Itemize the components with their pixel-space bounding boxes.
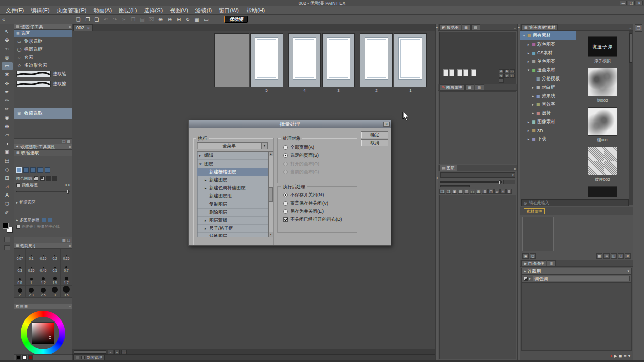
radio-icon[interactable] <box>283 209 288 214</box>
scroll-up-icon[interactable]: ▴ <box>269 152 273 156</box>
materials-tree-item[interactable]: ▸ ▦ 图像素材 <box>520 117 576 126</box>
close-gap-level-1[interactable] <box>34 176 38 181</box>
register-property-icon[interactable]: ❏ <box>67 238 70 243</box>
command-expand-icon[interactable]: ▸ <box>199 154 204 158</box>
materials-tree-item[interactable]: ▸ ▦ 单色图案 <box>520 57 576 66</box>
tool-button[interactable]: ❍ <box>2 200 13 208</box>
multi-ref-option-icon-2[interactable] <box>48 218 52 222</box>
view-list-icon[interactable]: ≣ <box>603 253 610 259</box>
tone-tab[interactable]: ▤ <box>475 84 484 90</box>
auto-action-tab[interactable]: ▶ 自动动作 <box>521 260 546 266</box>
tool-button[interactable]: ✏ <box>2 97 13 105</box>
navigator-preview[interactable]: ⊖⊕▭ ↺↻◻ <box>439 32 516 84</box>
close-gap-level-3[interactable] <box>46 176 51 181</box>
minimize-button[interactable]: — <box>620 1 627 5</box>
scale-area-expand-icon[interactable]: ▸ <box>16 200 18 205</box>
brush-size-cell[interactable]: 2.3 <box>26 286 37 298</box>
menu-item[interactable]: 图层(L) <box>115 6 140 14</box>
multi-ref-expand-icon[interactable]: ▸ <box>16 218 18 222</box>
menu-item[interactable]: 编辑(E) <box>27 6 53 14</box>
history-color-black[interactable] <box>16 355 21 360</box>
command-tree-scrollbar[interactable]: ▴ ▾ <box>268 151 273 237</box>
border-effect-tab[interactable]: ▦ <box>465 84 474 90</box>
collapse-panel-icon-1[interactable]: ◂ <box>436 25 438 29</box>
tool-button[interactable]: ◑ <box>2 140 13 148</box>
scrollbar-thumb[interactable] <box>269 187 273 202</box>
color-margin-slider[interactable] <box>16 191 70 192</box>
add-subtool-icon[interactable]: ❏ <box>62 140 65 144</box>
ok-button[interactable]: 确定 <box>361 131 388 138</box>
color-menu-icon[interactable]: ≡ <box>69 305 71 308</box>
brush-size-cell[interactable]: 2 <box>14 286 26 298</box>
keep-open-checkbox-row[interactable]: 不关闭已经打开的画布(D) <box>278 215 357 223</box>
navigator-tab[interactable]: ◩ 预览图 <box>439 24 461 30</box>
brush-size-cell[interactable]: 3.5 <box>61 286 72 298</box>
tool-button[interactable]: ◎ <box>2 54 13 62</box>
tool-button[interactable]: ↖ <box>2 28 13 36</box>
toolbar-icon[interactable]: ↶ <box>102 16 110 23</box>
toolbar-icon[interactable]: ❐ <box>84 16 92 23</box>
page-thumbnail[interactable]: 5 <box>250 33 283 94</box>
tool-button[interactable]: ☜ <box>2 45 13 53</box>
materials-scrollbar[interactable] <box>629 31 633 205</box>
materials-tree-item[interactable]: ▸ ▦ CS素材 <box>520 49 576 57</box>
action-play-icon[interactable]: ▸ <box>529 277 531 281</box>
toolbar-icon[interactable]: ▦ <box>193 16 201 23</box>
tool-button[interactable]: ▱ <box>2 131 13 139</box>
page-thumbnail[interactable]: 1 <box>394 33 427 94</box>
checkbox-icon[interactable] <box>283 217 288 222</box>
brush-size-cell[interactable]: 1 <box>26 273 37 286</box>
brush-size-cell[interactable]: 0.7 <box>61 261 72 273</box>
materials-tree-item[interactable]: ▸ ▦ 漫符 <box>520 109 576 117</box>
brush-size-cell[interactable]: 0.45 <box>37 261 49 273</box>
layers-toolbar-icon[interactable]: ✕ <box>500 189 506 194</box>
title-bar[interactable]: 002 - 优动漫 PAINT EX — ▢ × <box>0 0 644 6</box>
subview-tab[interactable]: ▦ <box>462 24 471 30</box>
close-button[interactable]: × <box>636 1 643 5</box>
toolbar-icon[interactable]: ⊞ <box>175 16 183 23</box>
layers-tab[interactable]: ▤ 图层 <box>439 165 457 171</box>
tree-expand-icon[interactable]: ▸ <box>527 51 530 55</box>
post-radio-option[interactable]: 另存为并关闭(E) <box>278 207 357 215</box>
brush-size-cell[interactable]: 0.3 <box>14 261 26 273</box>
subtool-item[interactable]: ▭ 矩形选框 <box>14 37 72 45</box>
subtool-item[interactable]: 选取笔 <box>14 69 72 79</box>
toolbar-icon[interactable]: ↻ <box>184 16 192 23</box>
subtool-item[interactable]: ▣ 收缩选取 <box>14 108 72 119</box>
command-tree-item[interactable]: 删除图层 <box>197 209 269 217</box>
transport-icon[interactable]: ● <box>610 354 613 358</box>
new-material-icon[interactable]: ❏ <box>618 253 624 259</box>
action-set-dropdown-icon[interactable]: ▾ <box>627 269 629 273</box>
command-expand-icon[interactable]: ▸ <box>205 219 209 223</box>
document-close-icon[interactable]: × <box>87 26 90 30</box>
brush-size-cell[interactable]: 0.07 <box>14 249 26 261</box>
command-expand-icon[interactable]: ▸ <box>205 227 209 231</box>
toolbar-icon[interactable]: ⊖ <box>166 16 174 23</box>
tree-expand-icon[interactable]: ▸ <box>527 120 530 124</box>
maximize-button[interactable]: ▢ <box>628 1 635 5</box>
info-tab[interactable]: ▤ <box>471 24 480 30</box>
materials-tree-item[interactable]: ▸ ▦ 彩色图案 <box>520 40 576 49</box>
tool-button[interactable]: ✱ <box>2 71 13 79</box>
material-item[interactable]: 坑漫子弹 浮子模拟 <box>588 36 617 63</box>
layers-toolbar-icon[interactable]: ❐ <box>446 189 451 194</box>
material-thumbnail[interactable] <box>588 68 617 96</box>
materials-tree-item[interactable]: ▸ ▦ 音效字 <box>520 100 576 109</box>
command-tree-item[interactable]: ▸ 新建图层 <box>197 176 269 184</box>
post-radio-option[interactable]: 覆盖保存并关闭(V) <box>278 199 357 207</box>
material-thumbnail[interactable] <box>588 186 617 197</box>
page-thumbnail[interactable] <box>214 33 249 94</box>
view-detail-icon[interactable]: ◫ <box>611 253 617 259</box>
materials-tree-item[interactable]: ▾ ▦ 漫画素材 <box>520 66 576 74</box>
material-property-button[interactable]: 素材属性 <box>524 208 545 214</box>
tool-button[interactable]: ✜ <box>2 79 13 88</box>
brush-size-cell[interactable]: 1.5 <box>49 273 61 286</box>
radio-icon[interactable] <box>283 153 288 158</box>
navigator-control-icon[interactable]: ⊕ <box>504 69 509 73</box>
foreground-color-swatch[interactable] <box>3 223 9 229</box>
tool-button[interactable]: A <box>2 191 13 199</box>
transport-icon[interactable]: ≣ <box>623 354 627 358</box>
toolbar-icon[interactable]: ▤ <box>138 16 146 23</box>
materials-tree-item[interactable]: ▾ ▦ 所有素材 <box>520 31 576 40</box>
post-radio-option[interactable]: 不保存并关闭(N) <box>278 191 357 199</box>
